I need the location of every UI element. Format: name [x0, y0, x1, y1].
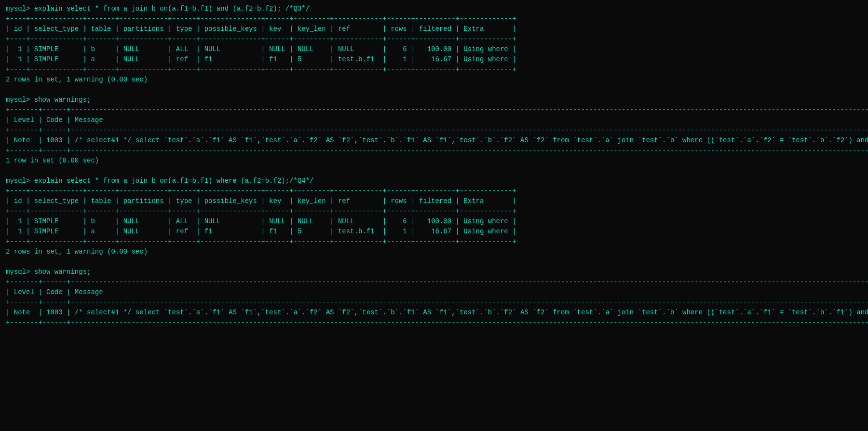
terminal-output: mysql> explain select * from a join b on… [6, 4, 862, 328]
terminal-window: mysql> explain select * from a join b on… [6, 4, 862, 328]
